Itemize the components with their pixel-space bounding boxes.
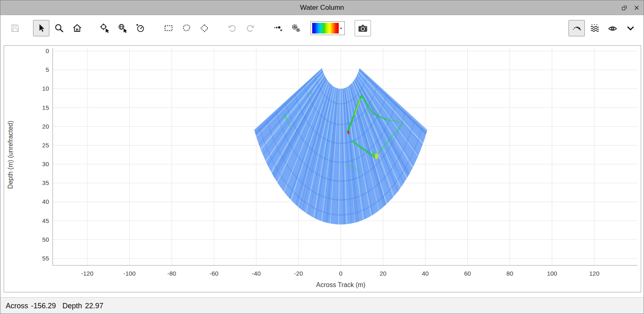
y-tick-label: 0 [46, 47, 49, 54]
y-tick-label: 25 [42, 142, 49, 149]
rectangle-select-icon [163, 23, 174, 33]
x-tick-label: 0 [339, 270, 342, 277]
swath-wave-icon [589, 23, 600, 33]
y-tick-label: 30 [42, 160, 49, 167]
y-tick-label: 55 [42, 255, 49, 262]
titlebar: Water Column [0, 0, 644, 15]
diamond-select-icon [199, 23, 210, 33]
lasso-select-icon [181, 23, 192, 33]
swath-eye-icon [607, 23, 618, 33]
x-tick-label: 120 [589, 270, 600, 277]
zoom-button[interactable] [51, 20, 67, 36]
points-display-menu-button[interactable] [270, 20, 286, 36]
water-column-window: { "window": { "title": "Water Column" },… [0, 0, 644, 314]
y-tick-label: 20 [42, 123, 49, 130]
x-tick-label: -20 [294, 270, 303, 277]
lasso-select-button[interactable] [178, 20, 195, 36]
colormap-dropdown-arrow-icon: ▾ [339, 23, 343, 33]
close-button[interactable] [633, 4, 640, 11]
status-depth-label: Depth [62, 302, 82, 310]
y-tick-label: 50 [42, 236, 49, 243]
float-window-button[interactable] [621, 4, 628, 11]
chevron-down-icon [625, 23, 636, 33]
y-tick-label: 5 [46, 66, 49, 73]
save-button[interactable] [7, 20, 23, 36]
y-tick-label: 10 [42, 85, 49, 92]
float-window-icon [622, 5, 627, 11]
y-tick-label: 35 [42, 179, 49, 186]
water-column-plot[interactable]: -120-100-80-60-40-2002040608010012005101… [4, 46, 641, 292]
home-button[interactable] [69, 20, 85, 36]
y-axis-title: Depth (m) (unrefracted) [7, 120, 14, 189]
pick-point-button[interactable] [97, 20, 113, 36]
x-tick-label: -40 [252, 270, 261, 277]
swath-wave-view-button[interactable] [586, 20, 603, 36]
x-tick-label: 40 [422, 270, 429, 277]
redo-icon [245, 23, 255, 33]
x-axis-title: Across Track (m) [316, 281, 366, 288]
diamond-select-button[interactable] [196, 20, 213, 36]
home-icon [72, 23, 82, 33]
y-tick-label: 45 [42, 217, 49, 224]
pointer-button[interactable] [33, 20, 49, 36]
points-display-icon [273, 23, 283, 33]
x-tick-label: 100 [547, 270, 557, 277]
camera-icon [357, 22, 369, 34]
colormap-gradient [312, 23, 339, 33]
y-tick-label: 40 [42, 198, 49, 205]
y-tick-label: 15 [42, 104, 49, 111]
x-tick-label: -100 [123, 270, 135, 277]
x-tick-label: 20 [380, 270, 386, 277]
statusbar: Across -156.29 Depth 22.97 [0, 297, 644, 314]
swath-points-icon [571, 23, 582, 33]
x-tick-label: -120 [81, 270, 93, 277]
snapshot-button[interactable] [355, 20, 371, 36]
compass-select-button[interactable] [133, 20, 149, 36]
x-tick-label: -80 [167, 270, 176, 277]
settings-gears-icon [291, 23, 301, 33]
swath-points-view-button[interactable] [568, 20, 585, 36]
colormap-dropdown[interactable]: ▾ [311, 21, 345, 35]
undo-icon [227, 23, 238, 33]
compass-select-icon [135, 23, 146, 33]
status-across-value: -156.29 [31, 302, 56, 310]
x-tick-label: 60 [464, 270, 471, 277]
plot-panel: -120-100-80-60-40-2002040608010012005101… [4, 45, 641, 292]
swath-eye-view-button[interactable] [604, 20, 621, 36]
x-tick-label: 80 [506, 270, 513, 277]
redo-button[interactable] [242, 20, 258, 36]
x-tick-label: -60 [210, 270, 219, 277]
toolbar: ▾ [0, 15, 644, 41]
settings-button[interactable] [288, 20, 304, 36]
status-depth-value: 22.97 [85, 302, 103, 310]
save-icon [10, 23, 20, 33]
close-icon [634, 5, 640, 11]
rectangle-select-button[interactable] [160, 20, 177, 36]
pick-geo-icon [118, 23, 128, 33]
undo-button[interactable] [224, 20, 240, 36]
pointer-icon [36, 23, 47, 33]
pick-point-icon [100, 23, 110, 33]
zoom-icon [54, 23, 64, 33]
pick-geo-button[interactable] [115, 20, 131, 36]
titlebar-controls [621, 0, 640, 15]
status-across-label: Across [6, 302, 28, 310]
window-title: Water Column [300, 4, 344, 12]
water-column-fan [253, 63, 429, 228]
expand-more-button[interactable] [622, 20, 639, 36]
